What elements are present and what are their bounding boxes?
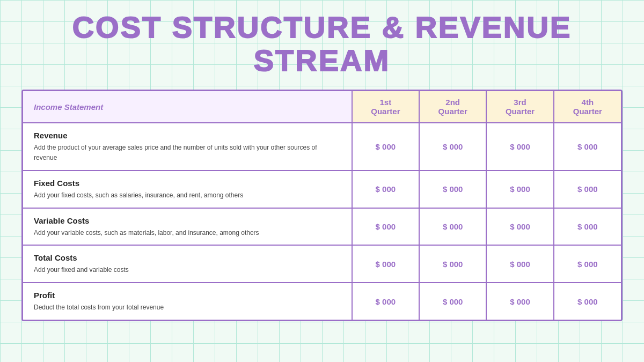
row-3-q3-value: $ 000 [486,245,553,283]
table-row: ProfitDeduct the total costs from your t… [23,283,621,320]
table-header-q4: 4th Quarter [554,91,621,123]
table-row: Variable CostsAdd your variable costs, s… [23,208,621,246]
row-2-q4-value: $ 000 [554,208,621,246]
row-2-q2-value: $ 000 [419,208,486,246]
income-statement-table: Income Statement 1st Quarter 2nd Quarter… [21,90,623,321]
row-2-q1-value: $ 000 [352,208,419,246]
row-0-q4-value: $ 000 [554,123,621,171]
row-3-q1-value: $ 000 [352,245,419,283]
row-1-q3-value: $ 000 [486,171,553,208]
row-4-q3-value: $ 000 [486,283,553,320]
row-3-q2-value: $ 000 [419,245,486,283]
row-1-q4-value: $ 000 [554,171,621,208]
row-desc: Add your fixed and variable costs [34,266,129,274]
row-4-q2-value: $ 000 [419,283,486,320]
row-desc: Deduct the total costs from your total r… [34,304,164,311]
row-4-q1-value: $ 000 [352,283,419,320]
table-row: RevenueAdd the product of your average s… [23,123,621,171]
row-0-q2-value: $ 000 [419,123,486,171]
row-desc: Add the product of your average sales pr… [34,144,317,161]
table-row: Fixed CostsAdd your fixed costs, such as… [23,171,621,208]
row-title: Fixed Costs [34,179,341,188]
row-title: Total Costs [34,253,341,262]
row-3-q4-value: $ 000 [554,245,621,283]
row-title: Profit [34,291,341,300]
row-1-q1-value: $ 000 [352,171,419,208]
table-row: Total CostsAdd your fixed and variable c… [23,245,621,283]
table-header-q1: 1st Quarter [352,91,419,123]
row-0-q1-value: $ 000 [352,123,419,171]
page-title: COST STRUCTURE & REVENUE STREAM [21,11,623,77]
table-header-q3: 3rd Quarter [486,91,553,123]
row-2-q3-value: $ 000 [486,208,553,246]
row-desc: Add your fixed costs, such as salaries, … [34,191,243,199]
table-header-label: Income Statement [23,91,352,123]
row-title: Revenue [34,131,341,140]
table-header-q2: 2nd Quarter [419,91,486,123]
row-desc: Add your variable costs, such as materia… [34,229,259,237]
row-title: Variable Costs [34,216,341,225]
row-4-q4-value: $ 000 [554,283,621,320]
row-0-q3-value: $ 000 [486,123,553,171]
row-1-q2-value: $ 000 [419,171,486,208]
